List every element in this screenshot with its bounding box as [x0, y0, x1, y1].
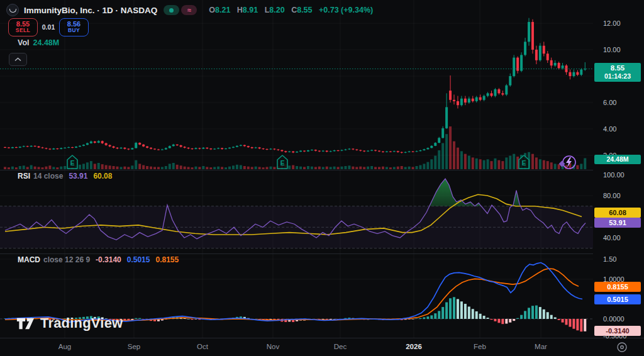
- symbol-logo-icon: [6, 4, 19, 16]
- rsi-axis-label: 40.00: [593, 234, 644, 242]
- volume-label: Vol: [18, 38, 30, 47]
- tradingview-watermark[interactable]: TradingView: [16, 315, 123, 331]
- high-label: H: [237, 6, 243, 14]
- volume-bars: [4, 126, 586, 169]
- chart-plot-area[interactable]: EEE: [0, 0, 593, 338]
- change-value: +0.73 (+9.34%): [319, 6, 373, 14]
- macd-title: MACD: [18, 255, 40, 264]
- time-axis-label: 2026: [406, 343, 422, 350]
- timezone-clock-button[interactable]: [616, 342, 628, 353]
- macd-line-value: 0.5015: [127, 255, 150, 264]
- current-price: 8.55: [594, 64, 641, 72]
- bar-countdown: 01:14:23: [594, 72, 641, 80]
- price-axis[interactable]: 8.55 01:14:23 24.48M 60.08 53.91 0.8155 …: [593, 0, 644, 338]
- svg-text:E: E: [280, 160, 285, 167]
- macd-axis-label: 1.50: [593, 255, 644, 263]
- collapse-panel-button[interactable]: [9, 53, 27, 66]
- pane-divider-macd[interactable]: [0, 253, 593, 254]
- close-label: C: [291, 6, 297, 14]
- macd-signal-line: [5, 269, 579, 321]
- ohlc-readout: O8.21 H8.91 L8.20 C8.55 +0.73 (+9.34%): [204, 6, 373, 14]
- price-axis-label: 10.00: [593, 46, 644, 53]
- alert-pill[interactable]: ≈: [181, 5, 197, 15]
- rsi-title: RSI: [18, 172, 30, 181]
- price-axis-label: 6.00: [593, 99, 644, 106]
- rsi-line-tag: 53.91: [594, 218, 641, 228]
- macd-legend[interactable]: MACD close 12 26 9 -0.3140 0.5015 0.8155: [18, 255, 179, 264]
- macd-params: close 12 26 9: [43, 255, 90, 264]
- order-panel: 8.55 SELL 0.01 8.56 BUY: [8, 18, 89, 36]
- rsi-axis-label: 100.00: [593, 171, 644, 179]
- time-axis[interactable]: AugSepOctNovDec2026FebMar: [0, 338, 644, 356]
- svg-text:E: E: [70, 160, 75, 167]
- macd-line: [5, 263, 582, 322]
- sell-button[interactable]: 8.55 SELL: [8, 18, 38, 36]
- price-axis-label: 4.00: [593, 125, 644, 133]
- time-axis-label: Feb: [474, 343, 486, 350]
- market-open-dot-icon: [169, 8, 174, 13]
- rsi-line-value: 53.91: [69, 172, 87, 181]
- chevron-up-icon: [14, 57, 21, 62]
- spread-value: 0.01: [38, 23, 59, 31]
- volume-axis-tag: 24.48M: [594, 155, 641, 164]
- time-axis-label: Aug: [58, 343, 71, 350]
- watermark-brand: TradingView: [40, 315, 123, 331]
- candles: [4, 18, 586, 153]
- macd-line-tag: 0.5015: [594, 294, 641, 304]
- rsi-axis-label: 80.00: [593, 192, 644, 199]
- rsi-legend[interactable]: RSI 14 close 53.91 60.08: [18, 172, 112, 181]
- volume-value: 24.48M: [33, 38, 60, 47]
- time-axis-label: Dec: [334, 343, 347, 350]
- earnings-badge[interactable]: E: [67, 155, 77, 169]
- macd-hist-tag: -0.3140: [594, 326, 641, 336]
- earnings-badge[interactable]: E: [277, 155, 287, 169]
- symbol-title[interactable]: ImmunityBio, Inc. · 1D · NASDAQ: [24, 6, 157, 15]
- pane-divider-rsi[interactable]: [0, 170, 593, 170]
- macd-hist-value: -0.3140: [96, 255, 121, 264]
- open-label: O: [209, 6, 215, 14]
- sell-label: SELL: [16, 28, 30, 33]
- tradingview-chart-window: EEE ImmunityBio, Inc. · 1D · NASDAQ ≈ O8…: [0, 0, 644, 356]
- close-value: 8.55: [297, 6, 312, 14]
- volume-legend: Vol 24.48M: [18, 38, 59, 47]
- price-axis-label: 12.00: [593, 19, 644, 27]
- current-price-tag: 8.55 01:14:23: [594, 63, 641, 82]
- market-status-pill[interactable]: [164, 5, 179, 15]
- rsi-params: 14 close: [33, 172, 63, 181]
- macd-signal-value: 0.8155: [155, 255, 179, 264]
- macd-signal-tag: 0.8155: [594, 282, 641, 292]
- rsi-ma-tag: 60.08: [594, 208, 641, 218]
- low-value: 8.20: [269, 6, 284, 14]
- open-value: 8.21: [215, 6, 230, 14]
- rsi-ma-value: 60.08: [93, 172, 112, 181]
- time-axis-label: Nov: [267, 343, 279, 350]
- time-axis-label: Oct: [197, 343, 208, 350]
- buy-label: BUY: [68, 28, 80, 33]
- time-axis-label: Sep: [128, 343, 140, 350]
- time-axis-label: Mar: [535, 343, 547, 350]
- buy-button[interactable]: 8.56 BUY: [59, 18, 89, 36]
- macd-axis-label: 0.0000: [593, 315, 644, 323]
- high-value: 8.91: [243, 6, 258, 14]
- svg-text:E: E: [522, 160, 526, 167]
- tradingview-logo-icon: [16, 316, 35, 331]
- clock-icon: [616, 342, 628, 353]
- symbol-legend[interactable]: ImmunityBio, Inc. · 1D · NASDAQ ≈ O8.21 …: [6, 4, 373, 16]
